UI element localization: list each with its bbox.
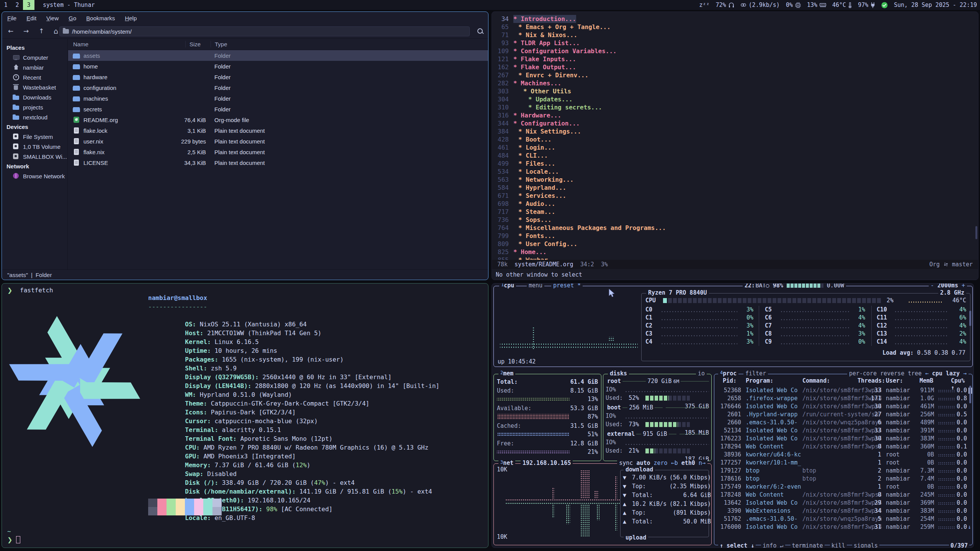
info-hint[interactable]: info ↵: [761, 542, 785, 548]
updates-ok-indicator[interactable]: [881, 2, 888, 8]
menu-item[interactable]: File: [7, 15, 16, 21]
process-row[interactable]: 179127 btop btop 2 nambiar 7.3M 0.0: [717, 467, 974, 475]
org-heading-line[interactable]: 304 * Updates...: [492, 95, 978, 103]
workspace-button[interactable]: 2: [11, 0, 23, 10]
column-type[interactable]: Type: [211, 41, 227, 47]
org-heading-line[interactable]: 736 * Sops...: [492, 216, 978, 224]
org-heading-line[interactable]: 825 * Home...: [492, 248, 978, 256]
org-heading-line[interactable]: 461 * Login...: [492, 143, 978, 152]
org-heading-line[interactable]: 310 * Editing secrets...: [492, 103, 978, 111]
org-heading-line[interactable]: 809 * User Config...: [492, 240, 978, 248]
org-heading-line[interactable]: 698 * Audio...: [492, 200, 978, 208]
file-row[interactable]: hardware Folder: [68, 72, 488, 82]
search-icon[interactable]: [477, 28, 484, 35]
process-row[interactable]: 178248 Web Content /nix/store/sm8fmrf3wp…: [717, 491, 974, 499]
network-indicator[interactable]: (2.9kb/s): [740, 2, 780, 8]
scrollbar-thumb[interactable]: [969, 311, 971, 326]
workspace-button[interactable]: 1: [0, 0, 11, 10]
select-hint[interactable]: ↑ select ↓: [718, 542, 756, 548]
clock[interactable]: Sun, 28 Sep 2025 - 22:19: [894, 2, 977, 8]
process-row[interactable]: 2601 .Hyprland-wrapp /run/current-system…: [717, 411, 974, 419]
sidebar-item[interactable]: nextcloud: [2, 112, 67, 122]
process-row[interactable]: 176000 Isolated Web Co /nix/store/sm8fmr…: [717, 523, 974, 531]
sidebar-device-item[interactable]: 1,0 TB Volume: [2, 142, 67, 152]
org-heading-line[interactable]: 717 * Steam...: [492, 208, 978, 216]
org-heading-line[interactable]: 109 * Configuration Variables...: [492, 47, 978, 55]
volume-indicator[interactable]: 72%: [716, 2, 734, 8]
file-row[interactable]: LICENSE 34,3 KiB Plain text document: [68, 157, 488, 168]
process-row[interactable]: 13642 Isolated Web Co /nix/store/sm8fmrf…: [717, 499, 974, 507]
file-row[interactable]: assets Folder: [68, 50, 488, 61]
menu-item[interactable]: View: [46, 15, 59, 21]
sidebar-item[interactable]: Recent: [2, 72, 67, 82]
process-row[interactable]: 178294 Web Content /nix/store/sm8fmrf3wp…: [717, 443, 974, 451]
sidebar-item[interactable]: nambiar: [2, 62, 67, 72]
idle-indicator[interactable]: zᶻᶻ: [699, 2, 709, 8]
file-row[interactable]: flake.lock 3,1 KiB Plain text document: [68, 125, 488, 136]
org-heading-line[interactable]: 121 * Flake Inputs...: [492, 55, 978, 63]
org-heading-line[interactable]: 71 * Nix & Nixos...: [492, 31, 978, 39]
file-row[interactable]: machines Folder: [68, 93, 488, 104]
process-row[interactable]: 176223 Isolated Web Co /nix/store/sm8fmr…: [717, 435, 974, 443]
sidebar-device-item[interactable]: SMALLBOX Wi...: [2, 152, 67, 161]
temperature-indicator[interactable]: 46°C: [832, 2, 852, 8]
org-heading-line[interactable]: 282 * Machines...: [492, 79, 978, 87]
process-row[interactable]: 175749 kworker/6:2-even 1 root 0B 0.0: [717, 483, 974, 491]
sidebar-item[interactable]: Wastebasket: [2, 82, 67, 92]
process-row[interactable]: 178616 btop btop 2 nambiar 7.4M 0.0: [717, 475, 974, 483]
menu-item[interactable]: Edit: [26, 15, 36, 21]
ram-indicator[interactable]: 13%: [807, 2, 826, 8]
sidebar-network-item[interactable]: Browse Network: [2, 171, 67, 181]
sidebar-device-item[interactable]: File System: [2, 132, 67, 142]
org-heading-line[interactable]: 267 * Envrc + Direnv...: [492, 71, 978, 79]
process-row[interactable]: 176646 Isolated Web Co /nix/store/sm8fmr…: [717, 403, 974, 411]
shell-prompt[interactable]: ❯: [7, 536, 20, 543]
org-heading-line[interactable]: 534 * Locale...: [492, 168, 978, 176]
process-row[interactable]: 177257 kworker/10:1-mm_ 1 root 0B 0.0: [717, 459, 974, 467]
workspace-button[interactable]: 3: [23, 0, 34, 10]
org-heading-line[interactable]: 93 * TLDR App List...: [492, 39, 978, 47]
refresh-rate-control[interactable]: - 2000ms +: [929, 283, 967, 289]
org-heading-line[interactable]: 303 * Other Utils: [492, 87, 978, 95]
path-field[interactable]: /home/nambiar/system/: [59, 26, 470, 36]
column-size[interactable]: Size: [185, 41, 201, 47]
org-heading-line[interactable]: 34 * Introduction...: [492, 15, 978, 23]
net-controls[interactable]: sync auto zero ←b eth0 n→: [617, 460, 707, 466]
org-heading-line[interactable]: 499 * Files...: [492, 160, 978, 168]
org-heading-line[interactable]: 162 * Flake Output...: [492, 63, 978, 71]
org-heading-line[interactable]: 671 * Services...: [492, 192, 978, 200]
signals-hint[interactable]: signals: [852, 542, 879, 548]
org-heading-line[interactable]: 584 * Hyprland...: [492, 184, 978, 192]
org-heading-line[interactable]: 65 * Emacs + Org + Tangle...: [492, 23, 978, 31]
process-row[interactable]: 38936 kworker/u64:6-kc 1 root 0B 0.0: [717, 451, 974, 459]
sidebar-item[interactable]: projects: [2, 102, 67, 112]
filter-button[interactable]: filter: [743, 370, 768, 377]
org-heading-line[interactable]: 799 * Fonts...: [492, 232, 978, 240]
sidebar-item[interactable]: Computer: [2, 52, 67, 62]
process-row[interactable]: 2660 .emacs-31.0.50- /nix/store/wnqz5pa8…: [717, 419, 974, 427]
menu-item[interactable]: Help: [125, 15, 137, 21]
org-heading-line[interactable]: 344 * Configuration...: [492, 119, 978, 127]
org-heading-line[interactable]: 484 * CLI...: [492, 152, 978, 160]
tab-net[interactable]: 3net: [498, 460, 515, 466]
process-row[interactable]: 51762 .emacs-31.0.50- /nix/store/wnqz5pa…: [717, 515, 974, 523]
kill-hint[interactable]: kill: [830, 542, 847, 548]
menu-item[interactable]: Bookmarks: [86, 15, 115, 21]
menu-button[interactable]: menu: [527, 283, 544, 289]
tab-cpu[interactable]: 1cpu: [499, 283, 516, 289]
proc-options[interactable]: per-core reverse tree ← cpu lazy →: [847, 370, 969, 377]
back-button[interactable]: ←: [5, 26, 16, 36]
column-name[interactable]: Name: [73, 41, 88, 47]
menu-item[interactable]: Go: [69, 15, 76, 21]
org-heading-line[interactable]: 384 * Nix Settings...: [492, 127, 978, 135]
file-row[interactable]: home Folder: [68, 61, 488, 72]
file-row[interactable]: flake.nix 2,5 KiB Plain text document: [68, 147, 488, 157]
scrollbar-thumb[interactable]: [969, 386, 971, 403]
file-row[interactable]: secrets Folder: [68, 104, 488, 114]
process-row[interactable]: 3390 WebExtensions /nix/store/sm8fmrf3wp…: [717, 507, 974, 515]
process-row[interactable]: 52368 Isolated Web Co /nix/store/sm8fmrf…: [717, 386, 974, 395]
process-row[interactable]: 52134 Isolated Web Co /nix/store/sm8fmrf…: [717, 427, 974, 435]
io-mode-button[interactable]: io: [696, 370, 707, 377]
up-button[interactable]: ↑: [36, 26, 47, 36]
org-heading-line[interactable]: 316 * Hardware...: [492, 111, 978, 119]
